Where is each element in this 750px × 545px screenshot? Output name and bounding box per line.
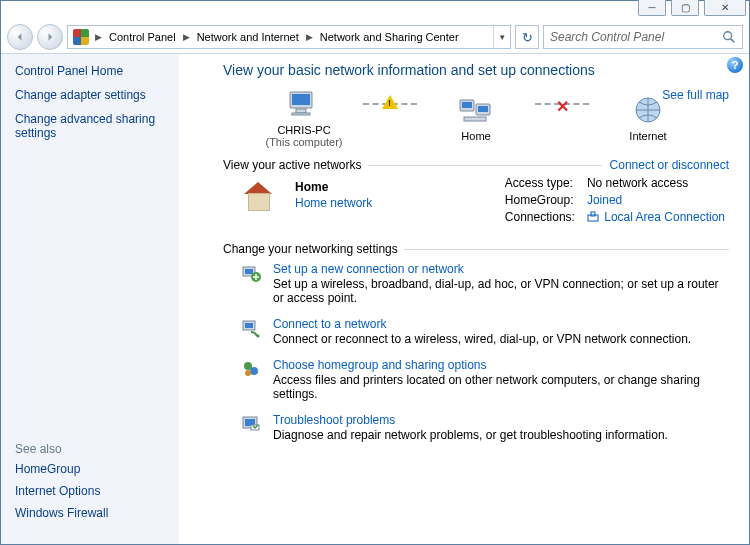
- svg-rect-18: [245, 323, 253, 328]
- homegroup-link[interactable]: Joined: [587, 193, 725, 207]
- homegroup-icon: [241, 359, 261, 379]
- network-type-link[interactable]: Home network: [295, 196, 372, 210]
- search-input[interactable]: Search Control Panel: [543, 25, 743, 49]
- connection-link[interactable]: Local Area Connection: [587, 210, 725, 224]
- settings-desc: Set up a wireless, broadband, dial-up, a…: [273, 277, 729, 305]
- change-adapter-link[interactable]: Change adapter settings: [15, 88, 193, 102]
- change-sharing-link[interactable]: Change advanced sharing settings: [15, 112, 193, 140]
- settings-desc: Diagnose and repair network problems, or…: [273, 428, 668, 442]
- see-full-map-link[interactable]: See full map: [662, 88, 729, 102]
- network-node-icon: [458, 94, 494, 126]
- network-map: See full map CHRIS-PC (This computer): [223, 88, 729, 148]
- settings-desc: Connect or reconnect to a wireless, wire…: [273, 332, 691, 346]
- setup-connection-link[interactable]: Set up a new connection or network: [273, 262, 464, 276]
- new-connection-icon: [241, 263, 261, 283]
- settings-desc: Access files and printers located on oth…: [273, 373, 729, 401]
- active-networks-heading: View your active networks: [223, 158, 362, 172]
- settings-item: Troubleshoot problems Diagnose and repai…: [241, 413, 729, 442]
- breadcrumb-item[interactable]: Network and Internet: [193, 31, 303, 43]
- breadcrumb-item[interactable]: Control Panel: [105, 31, 180, 43]
- netmap-sublabel: (This computer): [259, 136, 349, 148]
- connection-line-broken: ✕: [535, 103, 589, 105]
- network-name: Home: [295, 180, 372, 194]
- homegroup-label: HomeGroup:: [505, 193, 575, 207]
- ethernet-icon: [587, 211, 599, 223]
- breadcrumb-item[interactable]: Network and Sharing Center: [316, 31, 463, 43]
- svg-point-0: [724, 32, 732, 40]
- chevron-right-icon[interactable]: ▶: [180, 32, 193, 42]
- connect-disconnect-link[interactable]: Connect or disconnect: [610, 158, 729, 172]
- connect-network-link[interactable]: Connect to a network: [273, 317, 386, 331]
- netmap-label: Home: [431, 130, 521, 142]
- help-icon[interactable]: ?: [727, 57, 743, 73]
- change-settings-heading: Change your networking settings: [223, 242, 398, 256]
- settings-item: Connect to a network Connect or reconnec…: [241, 317, 729, 346]
- breadcrumb[interactable]: ▶ Control Panel ▶ Network and Internet ▶…: [67, 25, 511, 49]
- connection-line-warning: [363, 103, 417, 105]
- svg-line-1: [731, 39, 735, 43]
- netmap-label: Internet: [603, 130, 693, 142]
- search-icon: [722, 30, 736, 44]
- troubleshoot-link[interactable]: Troubleshoot problems: [273, 413, 395, 427]
- sidebar: Control Panel Home Change adapter settin…: [1, 54, 207, 544]
- svg-rect-3: [292, 94, 310, 105]
- page-title: View your basic network information and …: [223, 62, 729, 78]
- svg-rect-4: [296, 109, 306, 113]
- main-content: ? View your basic network information an…: [207, 54, 749, 544]
- svg-rect-10: [464, 117, 486, 121]
- settings-item: Set up a new connection or network Set u…: [241, 262, 729, 305]
- troubleshoot-icon: [241, 414, 261, 434]
- chevron-right-icon[interactable]: ▶: [92, 32, 105, 42]
- refresh-button[interactable]: ↻: [515, 25, 539, 49]
- settings-item: Choose homegroup and sharing options Acc…: [241, 358, 729, 401]
- nav-forward-button[interactable]: [37, 24, 63, 50]
- internet-globe-icon: [630, 94, 666, 126]
- maximize-button[interactable]: ▢: [671, 0, 699, 16]
- chevron-right-icon[interactable]: ▶: [303, 32, 316, 42]
- breadcrumb-dropdown[interactable]: ▾: [493, 26, 510, 48]
- seealso-internet-options-link[interactable]: Internet Options: [15, 484, 193, 498]
- warning-icon: [382, 95, 398, 109]
- minimize-button[interactable]: ─: [638, 0, 666, 16]
- access-type-value: No network access: [587, 176, 725, 190]
- close-button[interactable]: ✕: [704, 0, 746, 16]
- control-panel-home-link[interactable]: Control Panel Home: [15, 64, 193, 78]
- svg-point-22: [245, 370, 251, 376]
- control-panel-icon: [73, 29, 89, 45]
- seealso-firewall-link[interactable]: Windows Firewall: [15, 506, 193, 520]
- svg-rect-7: [462, 102, 472, 108]
- homegroup-options-link[interactable]: Choose homegroup and sharing options: [273, 358, 486, 372]
- connections-label: Connections:: [505, 210, 575, 224]
- home-network-icon: [241, 182, 275, 212]
- nav-back-button[interactable]: [7, 24, 33, 50]
- svg-rect-5: [292, 113, 310, 115]
- connect-network-icon: [241, 318, 261, 338]
- svg-point-21: [250, 367, 258, 375]
- netmap-label: CHRIS-PC: [259, 124, 349, 136]
- error-x-icon: ✕: [556, 97, 569, 116]
- this-computer-icon: [286, 88, 322, 120]
- seealso-homegroup-link[interactable]: HomeGroup: [15, 462, 193, 476]
- search-placeholder: Search Control Panel: [550, 30, 718, 44]
- svg-rect-15: [245, 269, 253, 274]
- svg-point-19: [257, 335, 260, 338]
- access-type-label: Access type:: [505, 176, 575, 190]
- see-also-heading: See also: [15, 442, 193, 456]
- svg-rect-9: [478, 106, 488, 112]
